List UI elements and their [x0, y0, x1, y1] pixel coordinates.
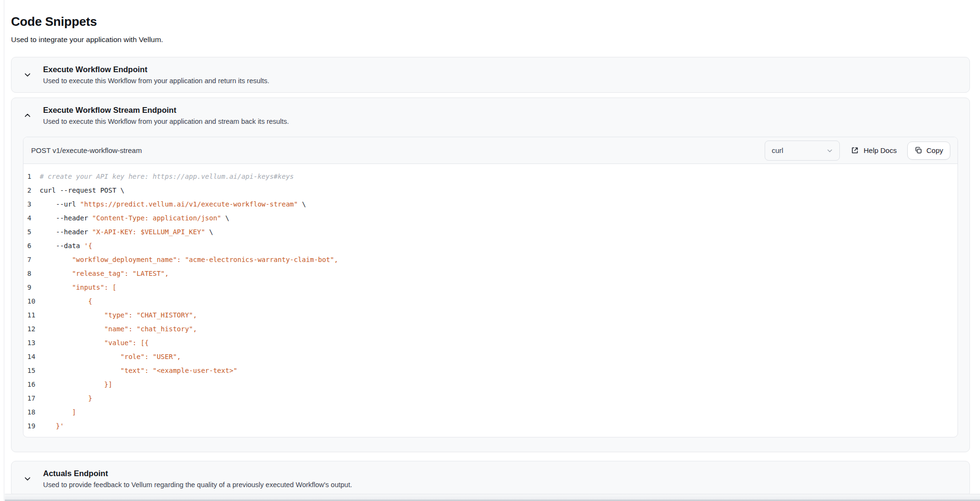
- chevron-down-icon: [11, 475, 43, 483]
- section-description: Used to execute this Workflow from your …: [43, 117, 289, 126]
- chevron-down-icon: [11, 71, 43, 79]
- code-line: 10 {: [23, 294, 958, 308]
- help-docs-label: Help Docs: [864, 146, 897, 154]
- code-line: 19 }': [23, 419, 958, 433]
- line-content: "release_tag": "LATEST",: [40, 267, 169, 281]
- section-title: Execute Workflow Stream Endpoint: [43, 105, 289, 115]
- code-line: 6 --data '{: [23, 239, 958, 253]
- page-bottom-edge: [5, 494, 980, 501]
- line-number: 2: [27, 184, 40, 197]
- line-number: 16: [27, 378, 40, 392]
- section-description: Used to execute this Workflow from your …: [43, 76, 269, 86]
- line-content: --url "https://predict.vellum.ai/v1/exec…: [40, 197, 306, 211]
- line-number: 14: [27, 350, 40, 364]
- line-number: 8: [27, 267, 40, 281]
- line-number: 11: [27, 308, 40, 322]
- code-line: 14 "role": "USER",: [23, 350, 958, 364]
- line-number: 1: [27, 170, 40, 184]
- section-title: Actuals Endpoint: [43, 468, 352, 479]
- section-description: Used to provide feedback to Vellum regar…: [43, 480, 352, 490]
- code-line: 11 "type": "CHAT_HISTORY",: [23, 308, 958, 322]
- line-number: 9: [27, 281, 40, 294]
- line-content: }': [40, 419, 64, 433]
- line-content: --header "Content-Type: application/json…: [40, 211, 229, 225]
- line-content: "name": "chat_history",: [40, 322, 197, 336]
- section-execute-workflow-toggle[interactable]: Execute Workflow Endpoint Used to execut…: [11, 57, 969, 92]
- line-number: 15: [27, 364, 40, 378]
- line-content: ]: [40, 405, 76, 419]
- code-block: 1 # create your API key here: https://ap…: [23, 164, 958, 437]
- line-number: 5: [27, 225, 40, 239]
- code-line: 13 "value": [{: [23, 336, 958, 350]
- section-actuals-toggle[interactable]: Actuals Endpoint Used to provide feedbac…: [11, 461, 969, 496]
- code-line: 8 "release_tag": "LATEST",: [23, 267, 958, 281]
- line-content: {: [40, 294, 92, 308]
- line-content: }]: [40, 378, 112, 392]
- endpoint-label: POST v1/execute-workflow-stream: [31, 146, 142, 154]
- code-line: 3 --url "https://predict.vellum.ai/v1/ex…: [23, 197, 958, 211]
- line-content: "workflow_deployment_name": "acme-electr…: [40, 253, 338, 267]
- code-line: 9 "inputs": [: [23, 281, 958, 294]
- line-number: 19: [27, 419, 40, 433]
- code-snippet-panel: POST v1/execute-workflow-stream curl: [23, 137, 958, 437]
- section-head-text: Execute Workflow Stream Endpoint Used to…: [43, 105, 289, 126]
- line-content: --data '{: [40, 239, 92, 253]
- language-select[interactable]: curl: [765, 141, 840, 161]
- copy-button[interactable]: Copy: [907, 142, 950, 160]
- code-line: 18 ]: [23, 405, 958, 419]
- line-number: 13: [27, 336, 40, 350]
- code-line: 16 }]: [23, 378, 958, 392]
- external-link-icon: [850, 146, 859, 155]
- line-number: 12: [27, 322, 40, 336]
- snippet-toolbar: POST v1/execute-workflow-stream curl: [23, 137, 958, 164]
- copy-icon: [914, 146, 923, 154]
- section-execute-workflow: Execute Workflow Endpoint Used to execut…: [11, 57, 970, 93]
- page-subtitle: Used to integrate your application with …: [11, 35, 970, 44]
- line-content: "type": "CHAT_HISTORY",: [40, 308, 197, 322]
- help-docs-link[interactable]: Help Docs: [850, 146, 897, 155]
- section-head-text: Execute Workflow Endpoint Used to execut…: [43, 64, 269, 86]
- section-title: Execute Workflow Endpoint: [43, 64, 269, 75]
- line-content: }: [40, 392, 92, 405]
- line-content: # create your API key here: https://app.…: [40, 170, 294, 184]
- code-line: 4 --header "Content-Type: application/js…: [23, 211, 958, 225]
- snippet-actions: curl Help Docs: [765, 141, 950, 161]
- code-line: 2 curl --request POST \: [23, 184, 958, 197]
- page-title: Code Snippets: [11, 14, 970, 29]
- line-number: 3: [27, 197, 40, 211]
- line-content: --header "X-API-KEY: $VELLUM_API_KEY" \: [40, 225, 213, 239]
- line-content: "text": "<example-user-text>": [40, 364, 237, 378]
- section-head-text: Actuals Endpoint Used to provide feedbac…: [43, 468, 352, 490]
- line-content: "role": "USER",: [40, 350, 181, 364]
- language-select-value: curl: [772, 146, 783, 154]
- line-number: 10: [27, 294, 40, 308]
- line-number: 6: [27, 239, 40, 253]
- code-lines: 1 # create your API key here: https://ap…: [23, 170, 958, 433]
- chevron-down-icon: [826, 147, 834, 154]
- code-line: 1 # create your API key here: https://ap…: [23, 170, 958, 184]
- chevron-up-icon: [11, 111, 43, 120]
- line-content: "inputs": [: [40, 281, 116, 294]
- line-number: 7: [27, 253, 40, 267]
- copy-label: Copy: [926, 146, 943, 154]
- code-snippets-page: Code Snippets Used to integrate your app…: [11, 0, 970, 497]
- line-content: curl --request POST \: [40, 184, 124, 197]
- left-panel-divider: [0, 0, 4, 501]
- section-actuals: Actuals Endpoint Used to provide feedbac…: [11, 461, 970, 497]
- line-number: 4: [27, 211, 40, 225]
- code-line: 12 "name": "chat_history",: [23, 322, 958, 336]
- line-content: "value": [{: [40, 336, 149, 350]
- section-execute-workflow-stream: Execute Workflow Stream Endpoint Used to…: [11, 98, 970, 452]
- code-line: 17 }: [23, 392, 958, 405]
- line-number: 17: [27, 392, 40, 405]
- code-line: 15 "text": "<example-user-text>": [23, 364, 958, 378]
- code-line: 5 --header "X-API-KEY: $VELLUM_API_KEY" …: [23, 225, 958, 239]
- section-execute-workflow-stream-toggle[interactable]: Execute Workflow Stream Endpoint Used to…: [11, 98, 969, 133]
- code-line: 7 "workflow_deployment_name": "acme-elec…: [23, 253, 958, 267]
- line-number: 18: [27, 405, 40, 419]
